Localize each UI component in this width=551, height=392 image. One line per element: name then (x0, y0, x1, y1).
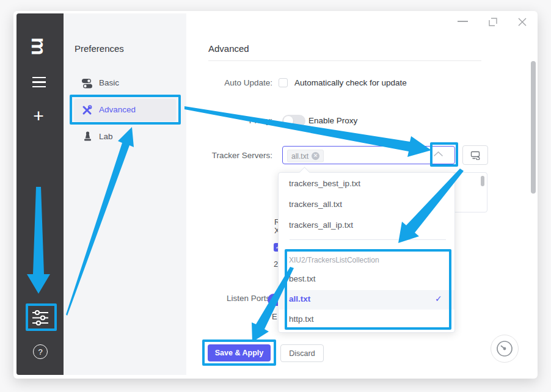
title-divider (208, 60, 481, 61)
app-logo: m (26, 34, 51, 59)
selected-tag: all.txt ✕ (287, 150, 324, 162)
proxy-toggle[interactable] (282, 115, 305, 127)
page-title: Advanced (208, 43, 249, 54)
toggles-icon (82, 78, 92, 89)
dropdown-item[interactable]: trackers_best_ip.txt (289, 179, 445, 191)
sidebar-item-label: Basic (99, 78, 119, 87)
dropdown-item[interactable]: trackers_all_ip.txt (289, 220, 445, 233)
preferences-panel (64, 13, 186, 375)
sidebar-item-lab[interactable]: Lab (74, 125, 176, 148)
main-scrollbar[interactable] (531, 61, 536, 194)
auto-update-checkbox-label[interactable]: Automatically check for update (294, 78, 407, 87)
auto-update-checkbox[interactable] (279, 78, 288, 87)
listen-ports-label: Listen Ports: (202, 294, 272, 303)
maximize-icon[interactable] (488, 17, 498, 27)
annotation-box-settings-icon (26, 303, 57, 331)
remove-tag-icon[interactable]: ✕ (312, 152, 319, 160)
help-icon[interactable]: ? (33, 344, 48, 359)
annotation-box-advanced (70, 95, 181, 125)
app-screen: m + ? Preferences Basic (0, 0, 551, 392)
annotation-box-save (202, 339, 276, 366)
menu-icon[interactable] (32, 77, 46, 87)
auto-update-label: Auto Update: (202, 78, 272, 87)
tracker-servers-label: Tracker Servers: (183, 151, 272, 160)
sidebar-item-label: Lab (99, 132, 113, 141)
add-icon[interactable]: + (30, 107, 47, 125)
obscured-text-fragment: E (272, 312, 277, 321)
tracker-servers-select[interactable]: all.txt ✕ (282, 146, 455, 164)
proxy-label: Proxy: (202, 116, 272, 125)
proxy-toggle-label: Enable Proxy (308, 116, 357, 125)
minimize-icon[interactable] (458, 21, 468, 22)
stamp-icon (83, 131, 92, 142)
sidebar-item-basic[interactable]: Basic (74, 71, 176, 95)
panel-title: Preferences (75, 43, 124, 54)
textarea-scrollbar[interactable] (481, 176, 484, 186)
dropdown-divider (290, 239, 446, 240)
sync-trackers-button[interactable] (462, 145, 488, 165)
speed-gauge-button[interactable] (491, 335, 519, 363)
dropdown-item[interactable]: trackers_all.txt (289, 200, 445, 212)
discard-button[interactable]: Discard (280, 344, 324, 362)
annotation-box-tracker-group (285, 249, 451, 330)
close-icon[interactable] (517, 17, 527, 27)
annotation-box-chevron (430, 142, 458, 167)
